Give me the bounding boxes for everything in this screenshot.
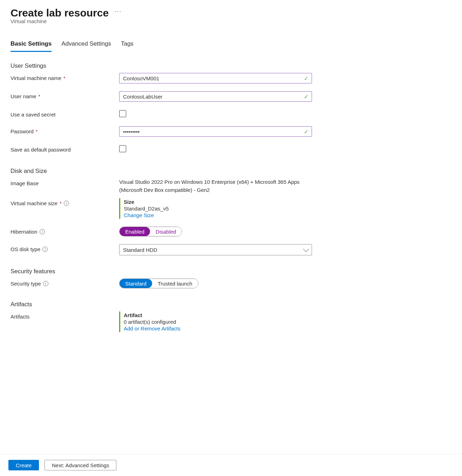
- label-use-saved-secret: Use a saved secret: [11, 109, 119, 118]
- page-subtitle: Virtual machine: [11, 18, 312, 24]
- hibernation-toggle: Enabled Disabled: [119, 227, 182, 236]
- required-icon: *: [63, 75, 66, 81]
- create-button[interactable]: Create: [8, 460, 39, 470]
- info-icon[interactable]: i: [43, 281, 48, 286]
- label-hibernation: Hibernation i: [11, 227, 119, 235]
- security-standard-option[interactable]: Standard: [120, 279, 152, 288]
- label-os-disk-type-text: OS disk type: [11, 246, 40, 252]
- label-user-name: User name *: [11, 91, 119, 99]
- hibernation-disabled-option[interactable]: Disabled: [150, 227, 182, 236]
- section-disk-size: Disk and Size: [11, 168, 312, 175]
- label-security-type: Security type i: [11, 279, 119, 287]
- os-disk-type-select[interactable]: Standard HDD: [119, 244, 312, 255]
- section-user-settings: User Settings: [11, 62, 312, 69]
- tab-advanced-settings[interactable]: Advanced Settings: [61, 38, 111, 52]
- label-artifacts: Artifacts: [11, 311, 119, 320]
- image-base-value: Visual Studio 2022 Pro on Windows 10 Ent…: [119, 178, 312, 194]
- info-icon[interactable]: i: [40, 229, 45, 234]
- section-security: Security features: [11, 268, 312, 275]
- label-password-text: Password: [11, 128, 34, 134]
- label-security-type-text: Security type: [11, 281, 41, 287]
- footer: Create Next: Advanced Settings: [0, 454, 462, 476]
- label-vm-size-text: Virtual machine size: [11, 200, 57, 206]
- label-password: Password *: [11, 126, 119, 134]
- required-icon: *: [38, 93, 40, 99]
- password-input[interactable]: [119, 126, 312, 137]
- info-icon[interactable]: i: [64, 201, 69, 206]
- required-icon: *: [36, 128, 38, 134]
- section-artifacts: Artifacts: [11, 301, 312, 308]
- required-icon: *: [60, 200, 62, 206]
- info-icon[interactable]: i: [42, 247, 48, 252]
- label-vm-name: Virtual machine name *: [11, 73, 119, 81]
- label-user-name-text: User name: [11, 93, 36, 99]
- label-vm-name-text: Virtual machine name: [11, 75, 61, 81]
- next-advanced-settings-button[interactable]: Next: Advanced Settings: [45, 460, 116, 470]
- security-type-toggle: Standard Trusted launch: [119, 279, 198, 288]
- more-icon[interactable]: ···: [114, 8, 122, 15]
- artifact-card-value: 0 artifact(s) configured: [124, 319, 312, 325]
- size-card-title: Size: [124, 199, 312, 205]
- size-card-value: Standard_D2as_v5: [124, 206, 312, 212]
- label-hibernation-text: Hibernation: [11, 229, 38, 235]
- size-card: Size Standard_D2as_v5 Change Size: [119, 198, 312, 219]
- artifact-card: Artifact 0 artifact(s) configured Add or…: [119, 311, 312, 332]
- tabs: Basic Settings Advanced Settings Tags: [11, 38, 312, 52]
- tab-tags[interactable]: Tags: [121, 38, 134, 52]
- user-name-input[interactable]: [119, 91, 312, 102]
- label-image-base: Image Base: [11, 178, 119, 186]
- security-trusted-launch-option[interactable]: Trusted launch: [152, 279, 198, 288]
- vm-name-input[interactable]: [119, 73, 312, 83]
- use-saved-secret-checkbox[interactable]: [119, 110, 126, 117]
- add-remove-artifacts-link[interactable]: Add or Remove Artifacts: [124, 326, 312, 331]
- hibernation-enabled-option[interactable]: Enabled: [120, 227, 150, 236]
- artifact-card-title: Artifact: [124, 312, 312, 318]
- label-os-disk-type: OS disk type i: [11, 244, 119, 252]
- label-save-default-password: Save as default password: [11, 145, 119, 153]
- label-vm-size: Virtual machine size * i: [11, 198, 119, 206]
- tab-basic-settings[interactable]: Basic Settings: [11, 38, 52, 52]
- chevron-down-icon: [303, 246, 309, 252]
- save-default-password-checkbox[interactable]: [119, 145, 126, 152]
- change-size-link[interactable]: Change Size: [124, 212, 312, 218]
- os-disk-type-value: Standard HDD: [123, 247, 157, 253]
- page-title: Create lab resource: [11, 7, 109, 19]
